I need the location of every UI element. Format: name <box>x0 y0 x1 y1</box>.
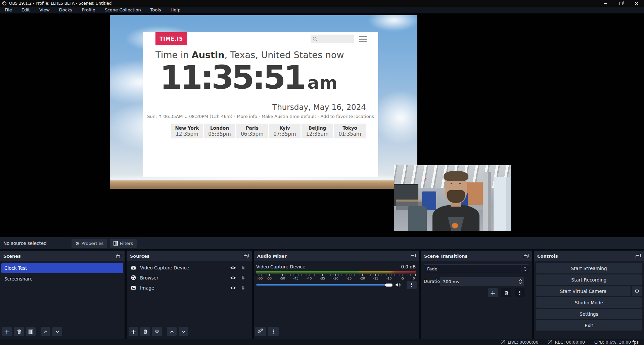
minimize-button[interactable] <box>598 0 613 7</box>
gear-icon: ⚙ <box>75 241 80 246</box>
window-title: OBS 29.1.2 - Profile: LLHLS BETA - Scene… <box>9 1 111 6</box>
close-button[interactable] <box>629 0 644 7</box>
add-transition-button[interactable]: + <box>488 288 498 297</box>
popout-icon[interactable] <box>524 254 529 258</box>
more-info-link: More info <box>237 114 257 119</box>
volume-slider[interactable] <box>256 283 392 287</box>
chevron-up-icon <box>524 267 527 268</box>
transition-select[interactable]: Fade <box>424 264 529 273</box>
visibility-eye-icon[interactable] <box>230 265 236 270</box>
stream-inactive-icon <box>501 340 505 344</box>
source-item-video-capture[interactable]: Video Capture Device <box>127 263 252 272</box>
remove-scene-button[interactable] <box>14 327 24 336</box>
exit-button[interactable]: Exit <box>536 320 642 331</box>
scenes-title: Scenes <box>3 254 21 259</box>
chevron-down-icon <box>181 330 186 334</box>
menu-file[interactable]: File <box>0 7 17 13</box>
transition-menu-button[interactable]: ⋮ <box>515 288 525 297</box>
meter-ruler <box>256 274 416 276</box>
preview-canvas[interactable]: TIME.IS Time in Austin, Texas, United St… <box>0 13 644 237</box>
popout-icon[interactable] <box>116 254 121 258</box>
browser-source[interactable]: TIME.IS Time in Austin, Texas, United St… <box>143 32 378 177</box>
remove-source-button[interactable] <box>140 327 150 336</box>
sun-info: Sun: ↑ 06:35AM ↓ 08:20PM (13h 46m) - <box>147 114 237 119</box>
menu-profile[interactable]: Profile <box>77 7 100 13</box>
controls-title: Controls <box>537 254 558 259</box>
advanced-audio-button[interactable]: ⚙⚙ <box>255 327 266 336</box>
remove-transition-button[interactable] <box>501 288 511 297</box>
menu-view[interactable]: View <box>35 7 54 13</box>
duration-spin-buttons[interactable] <box>519 279 522 284</box>
timeis-logo: TIME.IS <box>155 32 187 45</box>
studio-mode-button[interactable]: Studio Mode <box>536 297 642 308</box>
scene-filters-button[interactable] <box>26 327 36 336</box>
favorite-link: Add to favorite locations <box>320 114 374 119</box>
search-icon <box>312 36 318 42</box>
settings-button[interactable]: Settings <box>536 309 642 319</box>
properties-button[interactable]: ⚙ Properties <box>72 239 107 248</box>
move-source-up-button[interactable] <box>167 327 177 336</box>
title-bar: OBS 29.1.2 - Profile: LLHLS BETA - Scene… <box>0 0 644 7</box>
popout-icon[interactable] <box>636 254 641 258</box>
visibility-eye-icon[interactable] <box>230 275 236 280</box>
mixer-channel-menu-button[interactable]: ⋮ <box>407 281 417 289</box>
restore-button[interactable] <box>613 0 629 7</box>
volume-meter <box>256 271 416 273</box>
world-clock-london: London05:35pm <box>204 124 235 138</box>
source-item-image[interactable]: Image <box>127 283 252 293</box>
mixer-menu-button[interactable]: ⋮ <box>268 327 279 336</box>
globe-icon <box>131 275 136 281</box>
trash-icon <box>16 329 22 334</box>
lock-icon[interactable] <box>241 265 245 270</box>
lock-icon[interactable] <box>241 275 245 280</box>
scenes-dock: Scenes Clock Test Screenshare + <box>0 251 125 339</box>
close-icon <box>635 2 638 5</box>
clock-time: 11:35:51 <box>160 58 304 97</box>
world-clocks: New York12:35pm London05:35pm Paris06:35… <box>171 124 366 138</box>
popout-icon[interactable] <box>411 254 416 258</box>
world-clock-paris: Paris06:35pm <box>236 124 268 138</box>
start-virtual-camera-button[interactable]: Start Virtual Camera <box>536 286 631 296</box>
visibility-eye-icon[interactable] <box>230 286 236 290</box>
move-source-down-button[interactable] <box>179 327 188 336</box>
meter-tick-labels: -60 -55 -50 -45 -40 -35 -30 -25 -20 -15 … <box>256 276 416 280</box>
lock-icon[interactable] <box>241 285 245 290</box>
menu-help[interactable]: Help <box>166 7 185 13</box>
scene-item-screenshare[interactable]: Screenshare <box>0 274 125 283</box>
transitions-title: Scene Transitions <box>424 254 467 259</box>
menu-scene-collection[interactable]: Scene Collection <box>100 7 146 13</box>
webcam-source[interactable] <box>394 165 511 231</box>
chevron-up-icon <box>43 330 48 334</box>
cpu-status: CPU: 0.6%, 30.00 fps <box>594 340 639 345</box>
scene-item-clock-test[interactable]: Clock Test <box>1 263 123 273</box>
menu-docks[interactable]: Docks <box>54 7 77 13</box>
filters-button[interactable]: Filters <box>110 239 137 248</box>
move-scene-up-button[interactable] <box>41 327 50 336</box>
volume-slider-handle[interactable] <box>385 284 393 287</box>
scene-transitions-dock: Scene Transitions Fade Duration 300 ms + <box>421 251 532 339</box>
menu-edit[interactable]: Edit <box>17 7 35 13</box>
start-recording-button[interactable]: Start Recording <box>536 274 642 285</box>
add-scene-button[interactable]: + <box>2 327 12 336</box>
popout-icon[interactable] <box>244 254 249 258</box>
status-bar: LIVE: 00:00:00 REC: 00:00:00 CPU: 0.6%, … <box>0 339 644 345</box>
mixer-level-db: 0.0 dB <box>401 264 416 269</box>
filters-icon <box>113 241 118 246</box>
chevron-down-icon <box>55 330 60 334</box>
menu-tools[interactable]: Tools <box>146 7 166 13</box>
live-status: LIVE: 00:00:00 <box>501 340 538 345</box>
separator: - <box>257 114 262 119</box>
speaker-icon[interactable] <box>395 282 401 288</box>
volume-slider-zone: ⋮ <box>256 281 417 289</box>
source-properties-button[interactable]: ⚙ <box>152 327 162 336</box>
source-item-browser[interactable]: Browser <box>127 273 252 283</box>
source-selection-status: No source selected <box>3 237 47 249</box>
duration-input[interactable]: 300 ms <box>440 277 524 286</box>
start-streaming-button[interactable]: Start Streaming <box>536 263 642 273</box>
background-image-source[interactable]: TIME.IS Time in Austin, Texas, United St… <box>110 15 417 189</box>
desert-ground <box>110 180 417 189</box>
move-scene-down-button[interactable] <box>52 327 62 336</box>
virtual-camera-settings-button[interactable]: ⚙ <box>632 286 642 296</box>
add-source-button[interactable]: + <box>129 327 138 336</box>
combo-spin-buttons[interactable] <box>521 265 529 273</box>
